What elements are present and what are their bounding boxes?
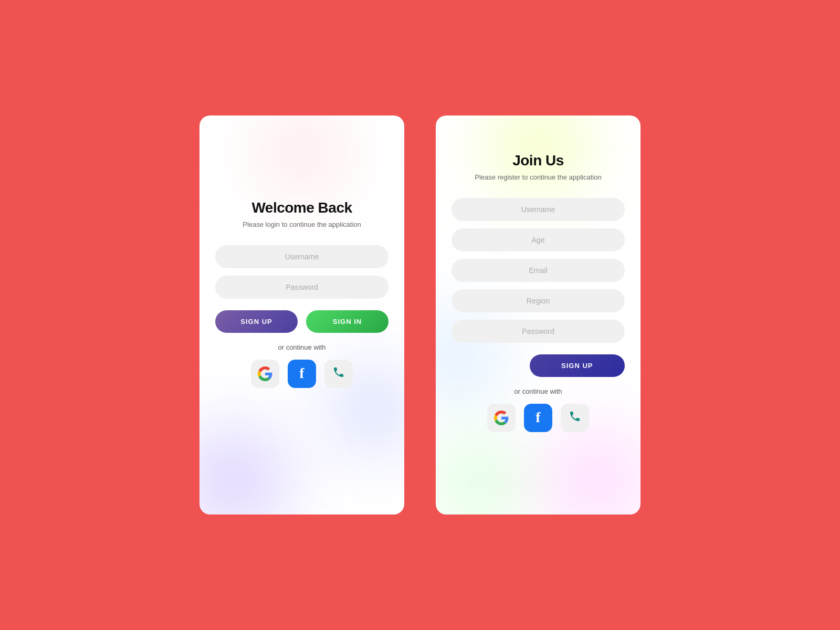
register-subtitle: Please register to continue the applicat… — [475, 173, 601, 181]
register-username-input[interactable] — [452, 198, 625, 221]
register-btn-row: SIGN UP — [452, 350, 625, 387]
register-facebook-button[interactable]: f — [524, 404, 552, 432]
login-or-text: or continue with — [278, 343, 326, 351]
login-content: Welcome Back Please login to continue th… — [215, 200, 388, 388]
login-google-button[interactable] — [251, 360, 279, 388]
register-email-input[interactable] — [452, 259, 625, 282]
facebook-icon: f — [299, 366, 304, 381]
register-facebook-icon: f — [536, 410, 540, 425]
register-password-input[interactable] — [452, 320, 625, 343]
register-phone-icon — [569, 410, 581, 426]
login-facebook-button[interactable]: f — [288, 360, 316, 388]
register-phone-button[interactable] — [561, 404, 589, 432]
login-title: Welcome Back — [251, 200, 352, 216]
login-buttons-row: SIGN UP SIGN IN — [215, 310, 388, 333]
login-subtitle: Please login to continue the application — [243, 220, 361, 228]
register-region-input[interactable] — [452, 289, 625, 312]
register-title: Join Us — [512, 152, 564, 169]
register-social-row: f — [487, 404, 589, 432]
blob-bottom-left — [200, 415, 299, 514]
login-signin-button[interactable]: SIGN IN — [306, 310, 388, 333]
register-signup-button[interactable]: SIGN UP — [530, 354, 625, 377]
login-social-row: f — [251, 360, 353, 388]
screens-container: Welcome Back Please login to continue th… — [200, 116, 640, 514]
login-phone-button[interactable] — [324, 360, 353, 388]
blob-top — [249, 116, 354, 205]
register-content: Join Us Please register to continue the … — [452, 152, 625, 432]
login-card: Welcome Back Please login to continue th… — [200, 116, 404, 514]
reg-blob-bottom-left — [436, 430, 530, 514]
register-or-text: or continue with — [514, 387, 562, 395]
google-icon — [258, 366, 272, 381]
register-age-input[interactable] — [452, 228, 625, 251]
register-card: Join Us Please register to continue the … — [436, 116, 640, 514]
login-signup-button[interactable]: SIGN UP — [215, 310, 298, 333]
register-google-icon — [494, 411, 509, 425]
login-username-input[interactable] — [215, 245, 388, 268]
phone-icon — [332, 366, 345, 382]
register-google-button[interactable] — [487, 404, 516, 432]
login-password-input[interactable] — [215, 276, 388, 299]
